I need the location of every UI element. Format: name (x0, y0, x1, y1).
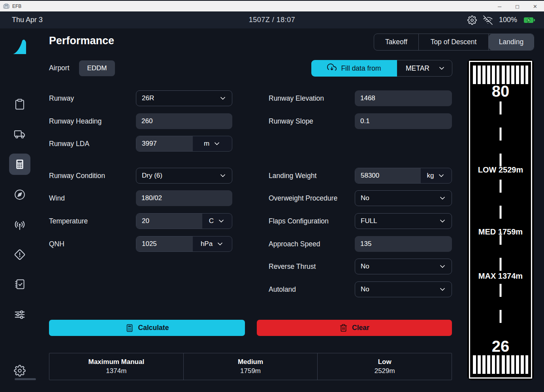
status-time: 1507Z / 18:07 (0, 16, 544, 24)
field-label-flaps-configuration: Flaps Configuration (269, 213, 329, 229)
landing-weight-unit: kg (427, 172, 434, 180)
runway-slope-input[interactable]: 0.1 (355, 113, 452, 129)
result-label: Maximum Manual (88, 358, 144, 366)
clipboard-icon (14, 98, 26, 110)
close-button[interactable]: ✕ (526, 1, 544, 12)
sidebar-item-performance[interactable] (9, 154, 30, 175)
sidebar-item-checklist[interactable] (9, 274, 30, 295)
battery-percent: 100% (499, 16, 517, 24)
runway-surface: 80 LOW 2529m MED 1759m MAX 1374m 26 (469, 61, 532, 379)
os-titlebar: EFB ─ ◻ ✕ (0, 0, 544, 11)
runway-lda-unit-select[interactable]: m (193, 136, 232, 151)
flaps-configuration-select[interactable]: FULL (355, 213, 452, 229)
result-label: Low (378, 358, 392, 366)
airline-logo-icon (12, 38, 28, 55)
temperature-unit: C (209, 217, 214, 225)
sidebar-item-logo (9, 36, 30, 57)
result-value: 1759m (240, 367, 261, 375)
runway-heading-input[interactable]: 260 (136, 113, 232, 129)
chevron-down-icon (217, 217, 225, 225)
qnh-field: 1025 hPa (136, 236, 232, 252)
approach-speed-input[interactable]: 135 (355, 236, 452, 252)
sidebar-item-clipboard[interactable] (9, 94, 30, 115)
runway-select[interactable]: 26R (136, 90, 232, 106)
field-label-qnh: QNH (49, 236, 64, 252)
runway-lda-unit: m (204, 140, 209, 148)
reverse-thrust-value: No (361, 263, 369, 270)
runway-centerline (500, 101, 502, 334)
mode-tabs: Takeoff Top of Descent Landing (374, 34, 534, 51)
qnh-unit-select[interactable]: hPa (193, 236, 232, 251)
gear-icon[interactable] (467, 15, 477, 25)
qnh-unit: hPa (201, 240, 213, 248)
settings-gear-icon (14, 365, 26, 377)
status-bar: Thu Apr 3 1507Z / 18:07 100% (0, 11, 544, 28)
marker-max-value: 1374m (498, 272, 523, 280)
runway-heading-value: 260 (141, 117, 152, 125)
antenna-icon (13, 219, 26, 232)
tab-top-of-descent[interactable]: Top of Descent (419, 34, 489, 50)
runway-threshold-stripes-near (473, 355, 528, 374)
sidebar-item-navigation[interactable] (9, 184, 30, 205)
reverse-thrust-select[interactable]: No (355, 259, 452, 274)
temperature-input[interactable]: 20 (136, 214, 202, 229)
approach-speed-value: 135 (360, 240, 371, 248)
runway-condition-select[interactable]: Dry (6) (136, 168, 232, 184)
field-label-autoland: Autoland (269, 281, 296, 297)
clear-label: Clear (352, 324, 369, 332)
fill-data-from-button[interactable]: Fill data from (311, 60, 397, 77)
sidebar-item-adjustments[interactable] (9, 304, 30, 325)
temperature-unit-select[interactable]: C (202, 214, 232, 229)
fill-source-select[interactable]: METAR (397, 60, 452, 77)
wind-input[interactable]: 180/02 (136, 190, 232, 206)
landing-weight-unit-select[interactable]: kg (421, 168, 452, 183)
flaps-configuration-value: FULL (361, 217, 377, 225)
sidebar-item-hazard[interactable] (9, 244, 30, 265)
chevron-down-icon (438, 64, 446, 72)
field-label-landing-weight: Landing Weight (269, 168, 316, 184)
app-icon (3, 4, 9, 9)
minimize-button[interactable]: ─ (491, 1, 508, 12)
autoland-select[interactable]: No (355, 281, 452, 297)
marker-med-value: 1759m (498, 227, 523, 236)
clear-button[interactable]: Clear (257, 320, 452, 336)
calculator-icon (125, 324, 134, 332)
landing-weight-input[interactable]: 58300 (355, 168, 421, 183)
chevron-down-icon (439, 217, 446, 225)
chevron-down-icon (219, 94, 227, 102)
sidebar (0, 28, 40, 392)
result-medium: Medium 1759m (184, 353, 318, 380)
tab-landing[interactable]: Landing (489, 34, 534, 50)
sidebar-item-settings[interactable] (9, 360, 30, 381)
qnh-input[interactable]: 1025 (136, 236, 193, 251)
hazard-diamond-icon (13, 248, 26, 261)
tab-takeoff[interactable]: Takeoff (374, 34, 419, 50)
window-title: EFB (12, 4, 21, 9)
field-label-runway-elevation: Runway Elevation (269, 90, 324, 106)
marker-low-value: 2529m (499, 165, 523, 174)
truck-icon (13, 128, 26, 140)
result-low: Low 2529m (318, 353, 452, 380)
overweight-procedure-value: No (361, 194, 369, 202)
runway-elevation-input[interactable]: 1468 (355, 90, 452, 106)
maximize-button[interactable]: ◻ (508, 1, 526, 12)
airport-label: Airport (49, 64, 70, 72)
fill-data-from-label: Fill data from (341, 64, 381, 73)
overweight-procedure-select[interactable]: No (355, 190, 452, 206)
calculate-button[interactable]: Calculate (49, 320, 245, 336)
marker-max: MAX 1374m (470, 272, 531, 281)
runway-value: 26R (142, 94, 154, 102)
chevron-down-icon (213, 140, 221, 148)
airport-value-button[interactable]: EDDM (79, 60, 115, 76)
runway-lda-field: 3997 m (136, 136, 232, 152)
field-label-runway-slope: Runway Slope (269, 113, 313, 129)
runway-lda-input[interactable]: 3997 (136, 136, 193, 151)
compass-icon (14, 189, 26, 201)
marker-med: MED 1759m (470, 227, 531, 236)
field-label-temperature: Temperature (49, 213, 88, 229)
sidebar-item-radio[interactable] (9, 215, 30, 236)
calculate-label: Calculate (138, 324, 169, 332)
field-label-runway-heading: Runway Heading (49, 113, 102, 129)
field-label-wind: Wind (49, 190, 65, 206)
sidebar-item-ground-vehicle[interactable] (9, 124, 30, 145)
